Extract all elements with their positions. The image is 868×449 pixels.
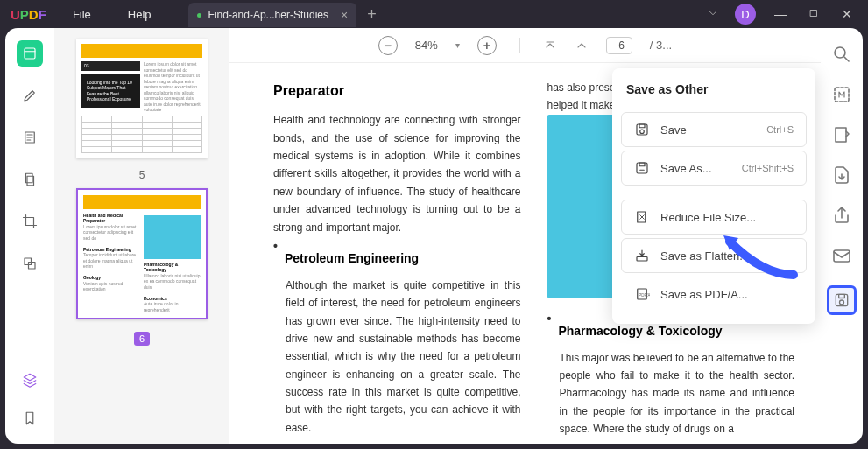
convert-icon[interactable] xyxy=(831,124,852,145)
menu-reduce-file-size[interactable]: Reduce File Size... xyxy=(621,200,807,235)
export-icon[interactable] xyxy=(831,165,852,186)
page-total: / 3... xyxy=(650,39,672,52)
app-frame: 03 Looking Into the Top 10 Subject Major… xyxy=(5,28,863,444)
tabs-dropdown-icon[interactable] xyxy=(707,7,719,22)
window-maximize-icon[interactable] xyxy=(805,7,822,21)
search-icon[interactable] xyxy=(831,44,852,65)
doc-paragraph: Health and technology are connecting wit… xyxy=(273,111,521,236)
svg-rect-15 xyxy=(639,124,645,128)
tab-status-icon xyxy=(197,13,201,18)
bookmark-tool[interactable] xyxy=(17,405,43,431)
right-rail xyxy=(821,28,863,444)
mail-icon[interactable] xyxy=(831,245,852,266)
svg-text:PDF/A: PDF/A xyxy=(639,293,650,298)
left-rail xyxy=(5,28,54,444)
svg-rect-10 xyxy=(834,250,850,262)
svg-rect-9 xyxy=(836,128,846,142)
compare-tool[interactable] xyxy=(17,250,43,277)
thumb-6-label: 6 xyxy=(134,332,150,346)
layers-tool[interactable] xyxy=(17,367,43,393)
tab-title: Find-and-Ap...her-Studies xyxy=(208,9,328,21)
titlebar: UPDF File Help Find-and-Ap...her-Studies… xyxy=(0,0,868,28)
svg-rect-17 xyxy=(637,163,647,173)
svg-rect-12 xyxy=(839,294,845,298)
menu-file[interactable]: File xyxy=(73,8,91,21)
svg-rect-18 xyxy=(639,163,645,166)
share-icon[interactable] xyxy=(831,205,852,226)
svg-point-7 xyxy=(835,47,845,58)
svg-rect-5 xyxy=(25,258,32,265)
menu-help[interactable]: Help xyxy=(128,8,152,21)
document-tab[interactable]: Find-and-Ap...her-Studies × xyxy=(188,3,357,27)
annotate-tool[interactable] xyxy=(17,82,43,109)
svg-point-13 xyxy=(840,300,844,305)
svg-rect-8 xyxy=(835,88,849,102)
menu-save[interactable]: SaveCtrl+S xyxy=(621,112,807,147)
zoom-dropdown-icon[interactable]: ▾ xyxy=(455,40,460,50)
crop-tool[interactable] xyxy=(17,208,43,235)
svg-rect-6 xyxy=(29,263,36,270)
thumbnails-tool[interactable] xyxy=(17,40,43,67)
tab-close-icon[interactable]: × xyxy=(341,8,348,22)
zoom-in-button[interactable]: + xyxy=(477,36,497,55)
thumbnail-panel: 03 Looking Into the Top 10 Subject Major… xyxy=(54,28,229,444)
svg-point-16 xyxy=(640,130,645,134)
prev-page-icon[interactable] xyxy=(575,39,589,53)
svg-rect-19 xyxy=(638,212,646,222)
save-as-other-panel: Save as Other SaveCtrl+S Save As...Ctrl+… xyxy=(612,68,815,324)
window-close-icon[interactable]: ✕ xyxy=(838,7,856,21)
zoom-level: 84% xyxy=(415,39,438,52)
doc-heading-petroleum: Petroleum Engineering xyxy=(285,249,419,270)
panel-title: Save as Other xyxy=(612,77,815,109)
user-avatar[interactable]: D xyxy=(735,4,756,25)
text-tool[interactable] xyxy=(17,124,43,151)
thumbnail-page-6[interactable]: Health and Medical PreparatorLorem ipsum… xyxy=(76,188,208,320)
app-logo: UPDF xyxy=(11,7,46,22)
first-page-icon[interactable] xyxy=(543,39,557,53)
svg-rect-1 xyxy=(25,48,35,59)
doc-heading-preparator: Preparator xyxy=(273,79,521,102)
thumb-5-label: 5 xyxy=(65,169,219,181)
ocr-icon[interactable] xyxy=(831,84,852,105)
view-toolbar: − 84% ▾ + / 3... xyxy=(229,28,821,63)
svg-rect-20 xyxy=(637,257,647,262)
add-tab-button[interactable]: + xyxy=(367,5,377,24)
page-number-input[interactable] xyxy=(606,37,632,54)
doc-paragraph: Although the market is quite competitive… xyxy=(273,277,521,438)
page-tool[interactable] xyxy=(17,166,43,193)
menu-save-pdfa[interactable]: PDF/A Save as PDF/A... xyxy=(621,277,807,312)
thumbnail-page-5[interactable]: 03 Looking Into the Top 10 Subject Major… xyxy=(76,39,208,158)
doc-paragraph: This major was believed to be an alterna… xyxy=(547,349,795,438)
doc-heading-pharmacology: Pharmacology & Toxicology xyxy=(558,321,722,342)
window-minimize-icon[interactable]: — xyxy=(772,7,789,21)
zoom-out-button[interactable]: − xyxy=(378,36,398,55)
menu-save-as[interactable]: Save As...Ctrl+Shift+S xyxy=(621,151,807,186)
svg-rect-0 xyxy=(811,11,817,17)
save-as-other-icon[interactable] xyxy=(827,285,857,315)
menu-save-flatten[interactable]: Save as Flatten... xyxy=(621,238,807,273)
